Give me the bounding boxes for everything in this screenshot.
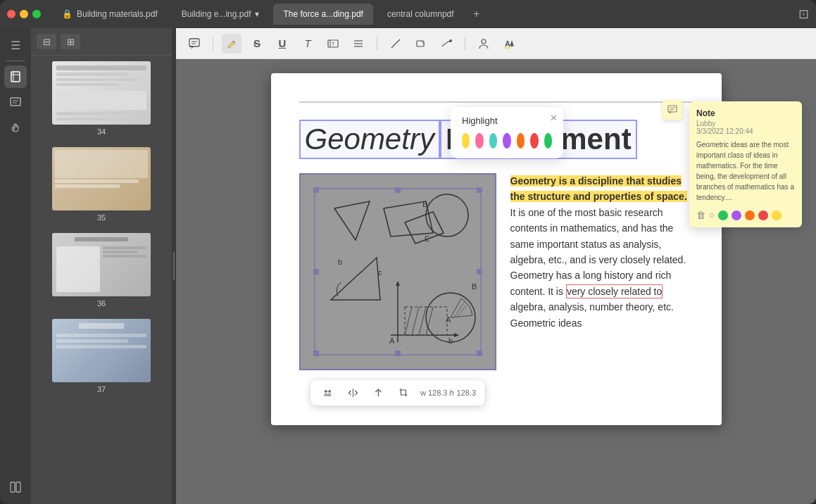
tab-building-e[interactable]: Building e...ing.pdf ▾: [172, 4, 270, 25]
text-content: Geometry is a discipline that studies th…: [510, 173, 693, 370]
text-btn[interactable]: T: [298, 34, 318, 53]
reading-mode-btn[interactable]: [4, 476, 27, 498]
color-yellow[interactable]: [462, 133, 470, 149]
svg-marker-40: [454, 333, 459, 337]
color-btn[interactable]: A: [499, 34, 519, 53]
line-tool-btn[interactable]: [386, 34, 406, 53]
thumb-num-36: 36: [97, 299, 106, 308]
thumbnail-37[interactable]: 37: [31, 313, 172, 399]
thumbnail-34[interactable]: 34: [31, 56, 172, 141]
thumbnail-panel: ⊟ ⊞ 34: [31, 28, 172, 504]
shape-btn[interactable]: [411, 34, 431, 53]
toolbar: S U T T: [176, 28, 816, 59]
svg-rect-60: [313, 351, 319, 356]
text-box-btn[interactable]: T: [323, 34, 343, 53]
thumbnail-35[interactable]: 35: [31, 141, 172, 227]
color-red[interactable]: [530, 133, 538, 149]
note-color-yellow[interactable]: [772, 210, 782, 220]
note-circle-icon[interactable]: ○: [709, 210, 715, 220]
layout-icon[interactable]: ⊡: [798, 6, 809, 22]
svg-text:E: E: [425, 234, 429, 243]
thumb-img-34: [52, 61, 151, 125]
svg-rect-57: [477, 187, 482, 193]
app-body: ☰: [0, 28, 816, 504]
highlight-btn[interactable]: [222, 34, 241, 53]
note-color-green[interactable]: [718, 210, 728, 220]
close-button[interactable]: [7, 10, 15, 18]
svg-text:c: c: [378, 268, 382, 277]
note-author: Lubby 3/3/2022 12:20:44: [696, 120, 795, 135]
tab-central[interactable]: central columnpdf: [377, 4, 464, 25]
minimize-button[interactable]: [20, 10, 28, 18]
highlighted-text-1: Geometry is a discipline that studies th…: [510, 175, 687, 202]
highlight-close-btn[interactable]: ✕: [550, 113, 558, 123]
boxed-text: very closely related to: [566, 284, 663, 298]
svg-text:b: b: [338, 258, 342, 266]
thumb-img-36: [52, 233, 151, 296]
two-page-btn[interactable]: ⊞: [61, 34, 80, 49]
color-palette: [462, 133, 552, 149]
color-green[interactable]: [544, 133, 552, 149]
hand-tool-btn[interactable]: [4, 116, 27, 139]
sidebar-toggle-btn[interactable]: ☰: [4, 34, 27, 56]
icon-sidebar: ☰: [0, 28, 31, 504]
color-teal[interactable]: [489, 133, 497, 149]
note-color-orange[interactable]: [745, 210, 755, 220]
svg-rect-59: [477, 269, 482, 275]
add-tab-button[interactable]: +: [468, 6, 485, 23]
svg-rect-19: [417, 41, 424, 46]
note-color-purple[interactable]: [732, 210, 741, 220]
color-pink[interactable]: [475, 133, 483, 149]
crop-btn[interactable]: [395, 384, 412, 401]
note-panel: Note Lubby 3/3/2022 12:20:44 Geometric i…: [689, 101, 802, 227]
flip-vertical-btn[interactable]: [319, 384, 336, 401]
content-row: B E b c: [299, 173, 693, 370]
separator: [6, 61, 25, 61]
underline-btn[interactable]: U: [272, 34, 292, 53]
svg-line-18: [391, 39, 400, 48]
note-anchor-btn[interactable]: [663, 100, 682, 120]
svg-text:A: A: [446, 315, 451, 324]
note-delete-icon[interactable]: 🗑: [696, 210, 705, 220]
svg-rect-56: [395, 187, 401, 193]
svg-rect-24: [668, 106, 677, 112]
note-color-red[interactable]: [758, 210, 768, 220]
separator-3: [465, 37, 465, 51]
body-text-2: It is one of the most basic research con…: [510, 207, 686, 297]
color-purple[interactable]: [503, 133, 510, 149]
list-btn[interactable]: [349, 34, 368, 53]
svg-point-20: [449, 39, 452, 42]
bookmarks-btn[interactable]: [4, 65, 27, 88]
svg-text:b: b: [448, 336, 453, 345]
main-content: S U T T: [176, 28, 816, 504]
pdf-area[interactable]: Highlight ✕: [176, 59, 816, 504]
svg-rect-55: [313, 187, 319, 193]
tab-force[interactable]: The force a...ding.pdf: [273, 4, 372, 25]
comment-btn[interactable]: [184, 34, 204, 53]
note-title: Note: [696, 108, 795, 118]
thumbnail-toolbar: ⊟ ⊞: [31, 28, 172, 56]
page-divider: [299, 101, 693, 103]
flip-horizontal-btn[interactable]: [344, 384, 361, 401]
freehand-btn[interactable]: [437, 34, 456, 53]
strikethrough-btn[interactable]: S: [247, 34, 267, 53]
thumb-num-35: 35: [97, 213, 106, 222]
svg-marker-28: [334, 201, 370, 240]
annotations-btn[interactable]: [4, 91, 27, 113]
title-geometry: Geometry: [299, 120, 440, 159]
svg-rect-7: [16, 482, 20, 492]
thumbnail-36[interactable]: 36: [31, 227, 172, 313]
svg-marker-41: [396, 281, 400, 286]
single-page-btn[interactable]: ⊟: [37, 34, 56, 49]
svg-text:T: T: [332, 42, 335, 46]
tab-building-materials[interactable]: 🔒 Building materials.pdf: [52, 4, 168, 25]
thumb-num-37: 37: [97, 385, 106, 393]
color-orange[interactable]: [517, 133, 525, 149]
separator-2: [377, 37, 377, 51]
move-up-btn[interactable]: [370, 384, 387, 401]
body-paragraph: Geometry is a discipline that studies th…: [510, 173, 693, 331]
user-btn[interactable]: [474, 34, 494, 53]
maximize-button[interactable]: [32, 10, 41, 18]
thumb-num-34: 34: [97, 127, 106, 136]
geometry-image[interactable]: B E b c: [299, 173, 496, 370]
